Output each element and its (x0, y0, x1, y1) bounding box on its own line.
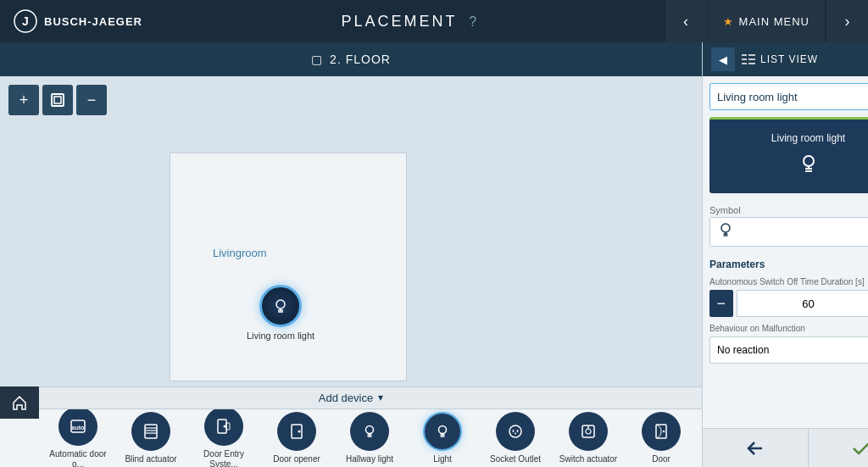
device-name-auto-door: Automatic door o... (46, 449, 110, 467)
list-view-header: ◀ LIST VIEW (703, 42, 868, 76)
svg-point-32 (586, 429, 591, 434)
svg-point-15 (224, 425, 226, 427)
device-item-door-opener[interactable]: Door opener (263, 409, 331, 467)
checkmark-icon (852, 441, 868, 456)
device-item-switch-actuator[interactable]: Switch actuator (554, 409, 622, 467)
device-item-hallway-light[interactable]: Hallway light (336, 409, 403, 467)
symbol-label: Symbol (703, 200, 868, 217)
svg-point-30 (515, 432, 516, 434)
device-name-door-entry: Door Entry Syste... (192, 449, 256, 467)
switch-actuator-icon (569, 412, 608, 451)
device-name-door-opener: Door opener (273, 454, 320, 464)
stepper-value-input[interactable] (737, 290, 869, 317)
add-device-bar: Add device ▾ (0, 387, 702, 409)
logo-area: J BUSCH-JAEGER (0, 9, 156, 33)
left-panel: ▢ 2. FLOOR + − Livingroom (0, 42, 702, 467)
add-device-button[interactable]: Add device ▾ (319, 392, 383, 404)
device-name-light: Light (433, 454, 452, 464)
autonomous-switch-label: Autonomous Switch Off Time Duration [s] (709, 277, 868, 286)
malfunction-label: Behaviour on Malfunction (709, 324, 868, 333)
door-entry-icon (204, 409, 243, 446)
hallway-light-icon (350, 412, 389, 451)
bottom-toolbar: Add device ▾ auto Automatic door o... (0, 386, 702, 467)
zoom-out-button[interactable]: − (76, 85, 107, 115)
device-node-living-room-light[interactable]: Living room light (247, 285, 314, 341)
svg-rect-2 (52, 94, 64, 106)
nav-prev-button[interactable]: ‹ (665, 0, 707, 42)
svg-text:J: J (22, 14, 29, 28)
zoom-fit-button[interactable] (42, 85, 73, 115)
right-panel: ◀ LIST VIEW ✕ Living room light (702, 42, 868, 467)
list-view-title: LIST VIEW (742, 53, 818, 65)
device-item-socket-outlet[interactable]: Socket Outlet (481, 409, 549, 467)
light-icon (423, 412, 462, 451)
parameters-section: Parameters Autonomous Switch Off Time Du… (703, 253, 868, 375)
device-item-blind-actuator[interactable]: Blind actuator (117, 409, 185, 467)
page-title: PLACEMENT ? (156, 13, 665, 31)
device-name-blind-actuator: Blind actuator (125, 454, 176, 464)
preview-card: Living room light (709, 117, 868, 193)
svg-point-18 (298, 430, 301, 432)
malfunction-param: Behaviour on Malfunction (709, 324, 868, 364)
malfunction-input[interactable] (709, 336, 868, 364)
back-button[interactable] (703, 429, 808, 467)
autonomous-switch-param: Autonomous Switch Off Time Duration [s] … (709, 277, 868, 317)
device-item-door[interactable]: Door (627, 409, 695, 467)
right-panel-footer (703, 428, 868, 467)
canvas-area: + − Livingroom (0, 76, 702, 386)
svg-rect-10 (145, 425, 157, 438)
svg-rect-3 (54, 97, 61, 103)
logo-icon: J (14, 9, 37, 33)
parameters-title: Parameters (709, 259, 868, 270)
symbol-selector[interactable]: ▼ (709, 217, 868, 247)
device-label: Living room light (247, 331, 314, 341)
top-bar: J BUSCH-JAEGER PLACEMENT ? ‹ ★ MAIN MENU… (0, 0, 868, 42)
auto-door-icon: auto (58, 409, 97, 446)
stepper: − + (709, 290, 868, 317)
svg-point-4 (276, 300, 285, 309)
symbol-icon (717, 221, 734, 242)
svg-point-27 (509, 425, 521, 437)
device-name-socket-outlet: Socket Outlet (490, 454, 541, 464)
room-label: Livingroom (213, 247, 267, 259)
chevron-down-icon: ▾ (378, 392, 383, 403)
preview-card-name: Living room light (771, 132, 845, 144)
search-input[interactable] (709, 83, 868, 110)
svg-point-46 (721, 224, 730, 232)
device-name-door: Door (652, 454, 670, 464)
nav-buttons: ‹ ★ MAIN MENU › (665, 0, 868, 42)
main-menu-button[interactable]: ★ MAIN MENU (707, 0, 826, 42)
device-list: auto Automatic door o... (0, 409, 702, 467)
list-view-toggle-button[interactable]: ◀ (711, 47, 735, 71)
back-icon (746, 441, 765, 456)
content-area: ▢ 2. FLOOR + − Livingroom (0, 42, 868, 467)
device-name-switch-actuator: Switch actuator (559, 454, 617, 464)
device-circle (259, 285, 302, 327)
floor-bar: ▢ 2. FLOOR (0, 42, 702, 76)
svg-point-35 (663, 431, 665, 432)
svg-point-42 (804, 156, 814, 166)
home-button[interactable] (0, 386, 39, 419)
device-item-auto-door[interactable]: auto Automatic door o... (44, 409, 112, 467)
confirm-button[interactable] (808, 429, 868, 467)
star-icon: ★ (723, 15, 734, 28)
preview-card-icon (796, 151, 821, 181)
device-item-door-entry[interactable]: Door Entry Syste... (190, 409, 258, 467)
socket-outlet-icon (496, 412, 535, 451)
device-item-light[interactable]: Light (409, 409, 476, 467)
svg-point-19 (366, 425, 374, 433)
door-icon (642, 412, 681, 451)
zoom-controls: + − (8, 85, 107, 115)
floor-plan: Livingroom Living room light (170, 153, 407, 381)
logo-text: BUSCH-JAEGER (44, 15, 142, 28)
help-icon[interactable]: ? (469, 14, 479, 29)
stepper-decrement-button[interactable]: − (709, 290, 733, 317)
door-opener-icon (277, 412, 316, 451)
svg-point-23 (439, 425, 447, 433)
nav-next-button[interactable]: › (826, 0, 868, 42)
blind-actuator-icon (131, 412, 170, 451)
svg-text:auto: auto (72, 425, 85, 431)
floor-icon: ▢ (311, 53, 323, 66)
zoom-in-button[interactable]: + (8, 85, 39, 115)
device-name-hallway-light: Hallway light (346, 454, 393, 464)
